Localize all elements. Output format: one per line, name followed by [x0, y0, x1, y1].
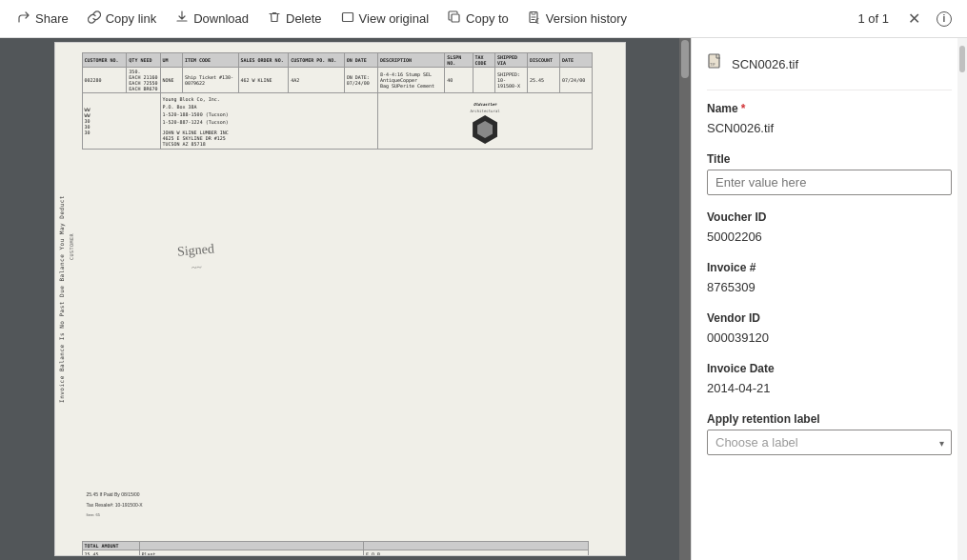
voucher-id-value: 50002206: [707, 228, 952, 246]
copy-link-button[interactable]: Copy link: [78, 2, 166, 36]
name-value: SCN0026.tif: [707, 119, 952, 137]
invoice-date-label: Invoice Date: [707, 362, 952, 375]
version-history-icon: [528, 10, 541, 27]
invoice-date-field-group: Invoice Date 2014-04-21: [707, 362, 952, 397]
retention-label-field-group: Apply retention label Choose a label ▾: [707, 412, 952, 455]
invoice-image: Invoice Balance Is No Past Due Balance Y…: [54, 42, 626, 556]
download-icon: [175, 10, 189, 27]
vendor-id-label: Vendor ID: [707, 311, 952, 325]
close-button[interactable]: ✕: [898, 4, 929, 34]
file-name-header: SCN0026.tif: [732, 57, 798, 71]
invoice-num-label: Invoice #: [707, 261, 952, 274]
copy-to-button[interactable]: Copy to: [438, 2, 518, 36]
info-button[interactable]: i: [929, 4, 959, 34]
copy-link-icon: [88, 10, 101, 27]
title-input[interactable]: [707, 170, 952, 195]
share-icon: [17, 10, 30, 27]
invoice-num-field-group: Invoice # 8765309: [707, 261, 952, 296]
right-panel: TIF SCN0026.tif Name * SCN0026.tif Title: [691, 38, 967, 560]
retention-label-label: Apply retention label: [707, 412, 952, 426]
divider-1: [707, 90, 952, 90]
name-required-marker: *: [741, 102, 746, 115]
delete-button[interactable]: Delete: [258, 2, 332, 36]
share-button[interactable]: Share: [8, 2, 78, 36]
copy-to-icon: [448, 10, 461, 27]
view-original-icon: [341, 10, 354, 27]
name-field-group: Name * SCN0026.tif: [707, 102, 952, 137]
file-type-icon: TIF: [707, 53, 724, 74]
main-content: Invoice Balance Is No Past Due Balance Y…: [0, 38, 967, 560]
right-panel-content: TIF SCN0026.tif Name * SCN0026.tif Title: [692, 38, 967, 560]
delete-icon: [268, 10, 281, 27]
scrollbar-thumb[interactable]: [681, 40, 689, 78]
info-icon: i: [937, 11, 952, 27]
document-scrollbar[interactable]: [679, 38, 691, 560]
document-page: Invoice Balance Is No Past Due Balance Y…: [54, 42, 626, 556]
invoice-date-value: 2014-04-21: [707, 379, 952, 397]
right-panel-scrollbar-thumb[interactable]: [959, 46, 965, 72]
voucher-id-field-group: Voucher ID 50002206: [707, 210, 952, 246]
right-panel-scrollbar[interactable]: [957, 38, 967, 560]
document-viewer: Invoice Balance Is No Past Due Balance Y…: [0, 38, 691, 560]
toolbar: Share Copy link Download Delete View ori…: [0, 0, 967, 38]
version-history-button[interactable]: Version history: [518, 2, 636, 36]
vendor-id-value: 000039120: [707, 329, 952, 347]
retention-select-wrapper: Choose a label ▾: [707, 430, 952, 455]
retention-select[interactable]: Choose a label: [707, 430, 952, 455]
title-label: Title: [707, 152, 952, 166]
download-button[interactable]: Download: [166, 2, 258, 36]
file-header: TIF SCN0026.tif: [707, 53, 952, 74]
svg-text:TIF: TIF: [710, 62, 716, 67]
close-icon: ✕: [908, 10, 920, 28]
voucher-id-label: Voucher ID: [707, 210, 952, 224]
svg-rect-3: [532, 12, 535, 15]
svg-rect-0: [342, 13, 353, 22]
view-original-button[interactable]: View original: [332, 2, 438, 36]
name-label: Name *: [707, 102, 952, 115]
title-field-group: Title: [707, 152, 952, 195]
svg-rect-1: [452, 14, 459, 22]
invoice-num-value: 8765309: [707, 278, 952, 296]
page-indicator: 1 of 1: [848, 11, 898, 26]
vendor-id-field-group: Vendor ID 000039120: [707, 311, 952, 347]
